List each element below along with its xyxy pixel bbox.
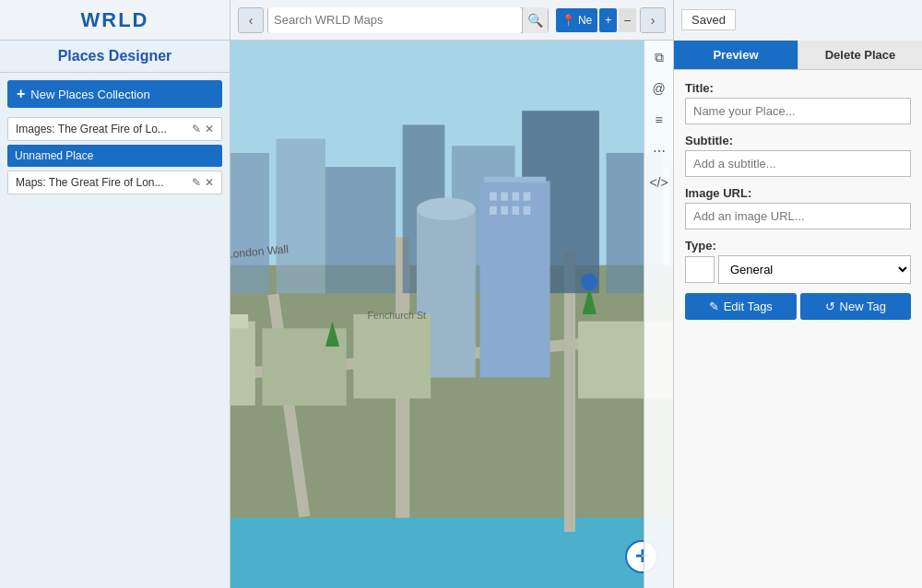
- map-pin-controls: 📍 Ne + –: [556, 8, 636, 32]
- svg-rect-25: [524, 206, 531, 215]
- svg-point-37: [581, 274, 597, 290]
- svg-rect-21: [524, 192, 531, 200]
- item-actions-2: ✎ ✕: [192, 176, 214, 189]
- title-label: Title:: [685, 81, 911, 95]
- add-button[interactable]: +: [599, 8, 617, 32]
- sidebar: Places Designer + New Places Collection …: [0, 41, 230, 588]
- svg-rect-23: [501, 206, 508, 215]
- type-number-input[interactable]: 1: [685, 256, 715, 283]
- title-field-group: Title:: [685, 81, 911, 124]
- new-tag-button[interactable]: ↺ New Tag: [800, 293, 912, 320]
- main-content: Places Designer + New Places Collection …: [0, 41, 922, 588]
- app-logo: WRLD: [81, 8, 149, 32]
- sidebar-item-maps-collection[interactable]: Maps: The Great Fire of Lon... ✎ ✕: [7, 171, 222, 194]
- dots-button[interactable]: ⋯: [648, 140, 670, 162]
- search-button[interactable]: 🔍: [522, 7, 548, 33]
- copy-button[interactable]: ⧉: [648, 46, 670, 68]
- map-toolbar: ‹ 🔍 📍 Ne + – ›: [230, 7, 673, 33]
- svg-rect-22: [490, 206, 497, 215]
- sidebar-title: Places Designer: [0, 41, 230, 73]
- svg-rect-19: [501, 192, 508, 200]
- svg-text:Fenchurch St: Fenchurch St: [368, 310, 426, 321]
- sidebar-item-unnamed-place[interactable]: Unnamed Place: [7, 145, 222, 167]
- pencil-icon: ✎: [709, 300, 719, 313]
- image-url-input[interactable]: [685, 203, 911, 229]
- minus-button[interactable]: –: [619, 8, 636, 32]
- tag-row: ✎ Edit Tags ↺ New Tag: [685, 293, 911, 320]
- at-button[interactable]: @: [648, 77, 670, 100]
- svg-rect-20: [512, 192, 519, 200]
- map-side-toolbar: ⧉ @ ≡ ⋯ </>: [644, 41, 673, 588]
- svg-rect-24: [512, 206, 519, 215]
- type-select[interactable]: General: [718, 255, 911, 284]
- tag-icon: ↺: [825, 300, 835, 313]
- map-canvas[interactable]: London Wall Worships... Fenchurch St ✛: [230, 41, 673, 588]
- search-input[interactable]: [268, 7, 522, 33]
- edit-tags-button[interactable]: ✎ Edit Tags: [685, 293, 797, 320]
- svg-point-27: [417, 198, 476, 220]
- svg-rect-10: [325, 167, 396, 293]
- subtitle-label: Subtitle:: [685, 134, 911, 147]
- delete-place-button[interactable]: Delete Place: [798, 41, 922, 69]
- type-row: 1 General: [685, 255, 911, 284]
- item-actions: ✎ ✕: [192, 123, 214, 135]
- right-panel: Preview Delete Place Title: Subtitle: Im…: [673, 41, 922, 588]
- edit-icon[interactable]: ✎: [192, 123, 201, 135]
- nav-forward-button[interactable]: ›: [640, 7, 666, 33]
- edit-icon-2[interactable]: ✎: [192, 176, 201, 189]
- plus-icon: +: [17, 86, 25, 102]
- subtitle-input[interactable]: [685, 150, 911, 177]
- search-bar-container: 🔍: [267, 7, 549, 33]
- panel-form: Title: Subtitle: Image URL: Type: 1 Gene…: [674, 70, 922, 331]
- svg-rect-18: [490, 192, 497, 200]
- svg-rect-9: [277, 139, 325, 294]
- new-collection-button[interactable]: + New Places Collection: [7, 80, 222, 108]
- subtitle-field-group: Subtitle:: [685, 134, 911, 177]
- logo-area: WRLD: [0, 0, 230, 40]
- close-icon[interactable]: ✕: [205, 123, 214, 135]
- type-label: Type:: [685, 239, 911, 253]
- right-panel-top: Saved: [673, 0, 922, 41]
- saved-status: Saved: [681, 9, 736, 30]
- type-field-group: Type: 1 General: [685, 239, 911, 284]
- map-area[interactable]: London Wall Worships... Fenchurch St ✛ ⧉…: [230, 41, 673, 588]
- svg-rect-31: [353, 314, 431, 398]
- image-url-label: Image URL:: [685, 186, 911, 200]
- panel-actions: Preview Delete Place: [674, 41, 922, 70]
- map-svg: London Wall Worships... Fenchurch St: [230, 41, 673, 588]
- sidebar-item-images-collection[interactable]: Images: The Great Fire of Lo... ✎ ✕: [7, 117, 222, 141]
- list-button[interactable]: ≡: [648, 109, 670, 131]
- image-url-field-group: Image URL:: [685, 186, 911, 229]
- close-icon-2[interactable]: ✕: [205, 176, 214, 189]
- title-input[interactable]: [685, 98, 911, 124]
- svg-rect-8: [230, 153, 269, 293]
- svg-rect-29: [230, 314, 248, 328]
- pin-icon: 📍: [561, 14, 575, 27]
- nav-back-button[interactable]: ‹: [238, 7, 264, 33]
- preview-button[interactable]: Preview: [674, 41, 798, 69]
- svg-rect-28: [230, 322, 255, 406]
- top-bar: WRLD ‹ 🔍 📍 Ne + – › Saved: [0, 0, 922, 41]
- pin-button[interactable]: 📍 Ne: [556, 8, 597, 32]
- svg-rect-17: [484, 177, 546, 182]
- code-button[interactable]: </>: [648, 171, 670, 194]
